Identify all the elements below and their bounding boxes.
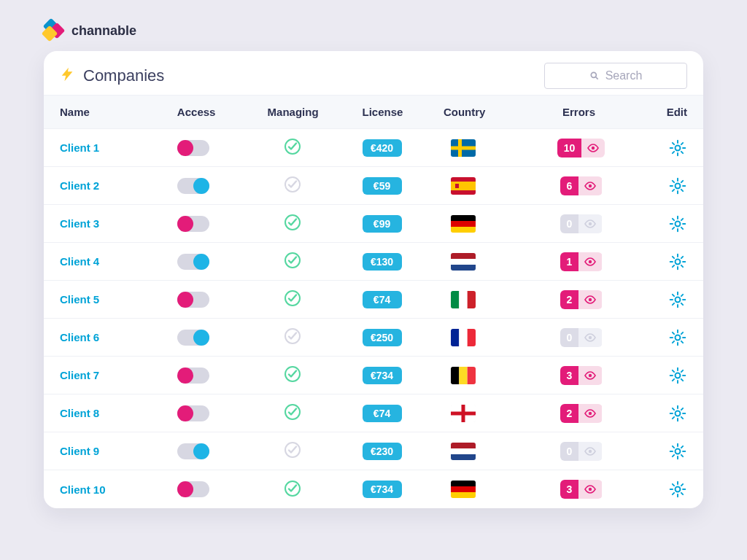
access-toggle[interactable]	[177, 443, 209, 459]
eye-icon	[578, 404, 602, 423]
errors-count: 6	[560, 176, 579, 195]
managing-check-icon[interactable]	[284, 176, 301, 193]
access-toggle[interactable]	[177, 216, 209, 232]
errors-badge[interactable]: 10	[557, 139, 605, 158]
client-name-link[interactable]: Client 7	[60, 369, 177, 381]
client-name-link[interactable]: Client 9	[60, 445, 177, 457]
client-name-link[interactable]: Client 8	[60, 407, 177, 419]
flag-icon-italy	[451, 291, 476, 308]
search-input[interactable]: Search	[544, 63, 687, 89]
flag-icon-netherlands	[451, 253, 476, 271]
table-row: Client 7€7343	[44, 357, 703, 394]
flag-icon-belgium	[451, 367, 476, 384]
errors-badge[interactable]: 0	[560, 328, 603, 347]
client-name-link[interactable]: Client 3	[60, 217, 177, 230]
errors-count: 0	[560, 442, 579, 461]
flag-icon-germany	[451, 481, 476, 498]
eye-icon	[578, 480, 602, 499]
errors-count: 0	[560, 328, 579, 347]
svg-line-1	[595, 77, 597, 79]
eye-icon	[578, 176, 602, 195]
brand-name: channable	[71, 23, 136, 39]
managing-check-icon[interactable]	[284, 365, 301, 383]
client-name-link[interactable]: Client 4	[60, 255, 177, 268]
errors-badge[interactable]: 3	[560, 366, 603, 385]
license-badge: €250	[363, 329, 402, 346]
access-toggle[interactable]	[177, 292, 209, 308]
edit-gear-icon[interactable]	[668, 176, 687, 195]
license-badge: €130	[363, 253, 402, 271]
managing-check-icon[interactable]	[284, 252, 301, 269]
access-toggle[interactable]	[177, 481, 209, 497]
managing-check-icon[interactable]	[284, 327, 301, 345]
edit-gear-icon[interactable]	[668, 139, 687, 158]
license-badge: €734	[363, 481, 402, 498]
access-toggle[interactable]	[177, 368, 209, 384]
flag-icon-england	[451, 405, 476, 422]
table-row: Client 1€42010	[44, 129, 703, 167]
client-name-link[interactable]: Client 2	[60, 179, 177, 192]
errors-badge[interactable]: 6	[560, 176, 603, 195]
access-toggle[interactable]	[177, 140, 209, 156]
edit-gear-icon[interactable]	[668, 328, 687, 347]
client-name-link[interactable]: Client 5	[60, 293, 177, 306]
managing-check-icon[interactable]	[284, 289, 301, 307]
client-name-link[interactable]: Client 1	[60, 141, 177, 154]
errors-badge[interactable]: 3	[560, 480, 603, 499]
client-name-link[interactable]: Client 6	[60, 331, 177, 343]
table-row: Client 10€7343	[44, 470, 703, 508]
eye-icon	[578, 214, 602, 233]
access-toggle[interactable]	[177, 178, 209, 194]
eye-icon	[578, 442, 602, 461]
eye-icon	[581, 139, 605, 158]
edit-gear-icon[interactable]	[668, 480, 687, 499]
edit-gear-icon[interactable]	[668, 214, 687, 233]
managing-check-icon[interactable]	[284, 441, 301, 459]
edit-gear-icon[interactable]	[668, 366, 687, 385]
managing-check-icon[interactable]	[284, 138, 301, 155]
errors-badge[interactable]: 0	[560, 442, 603, 461]
errors-count: 2	[560, 290, 579, 309]
errors-badge[interactable]: 1	[560, 252, 603, 271]
table-row: Client 8€742	[44, 394, 703, 432]
edit-gear-icon[interactable]	[668, 404, 687, 423]
client-name-link[interactable]: Client 10	[60, 483, 177, 496]
managing-check-icon[interactable]	[284, 403, 301, 421]
edit-gear-icon[interactable]	[668, 442, 687, 461]
license-badge: €99	[363, 215, 402, 233]
flag-icon-germany	[451, 215, 476, 233]
license-badge: €420	[363, 139, 402, 157]
edit-gear-icon[interactable]	[668, 290, 687, 309]
table-row: Client 9€2300	[44, 432, 703, 470]
errors-count: 10	[557, 139, 582, 158]
license-badge: €734	[363, 367, 402, 384]
table-row: Client 5€742	[44, 281, 703, 319]
access-toggle[interactable]	[177, 405, 209, 421]
errors-badge[interactable]: 2	[560, 404, 603, 423]
brand-logo-area: channable	[44, 20, 703, 41]
search-icon	[589, 71, 600, 81]
errors-count: 2	[560, 404, 579, 423]
managing-check-icon[interactable]	[284, 480, 301, 497]
access-toggle[interactable]	[177, 330, 209, 346]
errors-badge[interactable]: 2	[560, 290, 603, 309]
edit-gear-icon[interactable]	[668, 252, 687, 271]
errors-badge[interactable]: 0	[560, 214, 603, 233]
flag-icon-netherlands	[451, 443, 476, 460]
col-country: Country	[444, 106, 534, 118]
access-toggle[interactable]	[177, 254, 209, 270]
license-badge: €74	[363, 291, 402, 308]
errors-count: 3	[560, 480, 579, 499]
errors-count: 1	[560, 252, 579, 271]
table-row: Client 2€596	[44, 167, 703, 205]
flag-icon-france	[451, 329, 476, 346]
col-edit: Edit	[624, 106, 687, 118]
managing-check-icon[interactable]	[284, 214, 301, 231]
col-managing: Managing	[268, 106, 363, 118]
license-badge: €74	[363, 405, 402, 422]
svg-point-0	[591, 72, 596, 77]
eye-icon	[578, 366, 602, 385]
eye-icon	[578, 252, 602, 271]
table-header: Name Access Managing License Country Err…	[44, 95, 703, 129]
table-row: Client 3€990	[44, 205, 703, 243]
